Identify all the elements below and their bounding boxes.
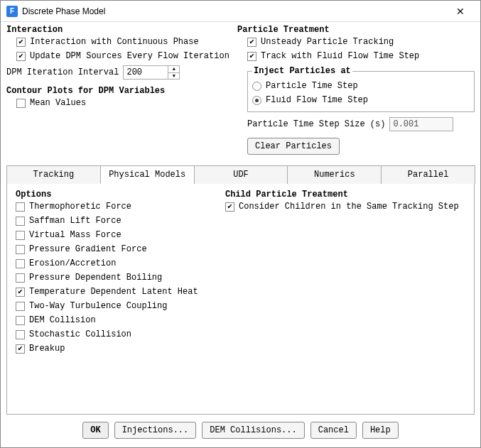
chk-label: Track with Fluid Flow Time Step [261,51,419,61]
option-row[interactable]: Stochastic Collision [16,327,211,342]
checkbox-icon [247,38,256,47]
options-group: Options Thermophoretic ForceSaffman Lift… [16,190,211,408]
step-size-input[interactable]: 0.001 [389,117,453,131]
option-row[interactable]: Breakup [16,342,211,356]
checkbox-icon [16,344,25,354]
dialog-title: Discrete Phase Model [22,6,446,16]
chk-label: Consider Children in the Same Tracking S… [239,202,459,212]
dem-collisions-button[interactable]: DEM Collisions... [202,422,304,439]
clear-particles-button[interactable]: Clear Particles [247,138,340,155]
option-row[interactable]: DEM Collision [16,313,211,327]
dpm-interval-label: DPM Iteration Interval [6,67,119,77]
checkbox-icon [16,99,26,108]
app-icon: F [6,6,18,17]
dialog: F Discrete Phase Model ✕ Interaction Int… [0,0,481,448]
injections-button[interactable]: Injections... [114,422,197,439]
checkbox-icon [16,217,25,226]
spinner-down-icon[interactable]: ▼ [168,73,179,80]
chk-mean-values[interactable]: Mean Values [6,96,230,110]
checkbox-icon [225,202,234,212]
checkbox-icon [16,273,25,283]
tab-numerics[interactable]: Numerics [287,165,382,184]
checkbox-icon [16,202,25,212]
option-label: Erosion/Accretion [29,258,116,268]
radio-icon [252,82,261,91]
chk-track-flow[interactable]: Track with Fluid Flow Time Step [237,49,475,63]
footer: OK Injections... DEM Collisions... Cance… [6,415,475,442]
interaction-group: Interaction Interaction with Continuous … [6,25,230,82]
step-size-row: Particle Time Step Size (s) 0.001 [237,115,475,133]
chk-consider-children[interactable]: Consider Children in the Same Tracking S… [225,200,465,214]
dpm-interval-row: DPM Iteration Interval 200 ▲ ▼ [6,63,230,82]
close-button[interactable]: ✕ [446,1,475,21]
particle-heading: Particle Treatment [237,25,475,35]
chk-label: Unsteady Particle Tracking [261,37,394,47]
tab-body: Options Thermophoretic ForceSaffman Lift… [6,184,475,415]
tabs: Tracking Physical Models UDF Numerics Pa… [6,165,475,184]
option-row[interactable]: Two-Way Turbulence Coupling [16,299,211,313]
option-row[interactable]: Pressure Gradient Force [16,242,211,256]
option-label: Two-Way Turbulence Coupling [29,301,167,311]
checkbox-icon [16,259,25,268]
chk-label: Update DPM Sources Every Flow Iteration [30,51,229,61]
option-row[interactable]: Thermophoretic Force [16,200,211,214]
cancel-button[interactable]: Cancel [310,422,357,439]
option-label: Pressure Dependent Boiling [29,273,162,283]
chk-label: Interaction with Continuous Phase [30,37,199,47]
radio-label: Fluid Flow Time Step [266,95,368,105]
content: Interaction Interaction with Continuous … [1,22,480,447]
checkbox-icon [16,52,26,61]
chk-unsteady-tracking[interactable]: Unsteady Particle Tracking [237,35,475,49]
tab-physical-models[interactable]: Physical Models [100,165,195,184]
option-label: Saffman Lift Force [29,216,121,226]
chk-update-dpm-sources[interactable]: Update DPM Sources Every Flow Iteration [6,49,230,63]
checkbox-icon [16,245,25,254]
spinner-up-icon[interactable]: ▲ [168,66,179,73]
interaction-heading: Interaction [6,25,230,35]
option-row[interactable]: Virtual Mass Force [16,228,211,242]
option-row[interactable]: Temperature Dependent Latent Heat [16,285,211,299]
radio-icon [252,96,261,105]
dpm-interval-value[interactable]: 200 [124,66,168,79]
radio-particle-time-step[interactable]: Particle Time Step [252,79,470,93]
checkbox-icon [16,231,25,240]
checkbox-icon [16,330,25,339]
checkbox-icon [247,52,256,61]
option-row[interactable]: Erosion/Accretion [16,256,211,271]
option-label: Thermophoretic Force [29,202,131,212]
dpm-interval-spinner[interactable]: 200 ▲ ▼ [123,65,180,80]
step-size-label: Particle Time Step Size (s) [247,119,385,129]
checkbox-icon [16,38,26,47]
option-row[interactable]: Saffman Lift Force [16,214,211,228]
inject-fieldset: Inject Particles at Particle Time Step F… [247,66,475,112]
option-label: Virtual Mass Force [29,230,121,240]
contour-heading: Contour Plots for DPM Variables [6,86,230,96]
child-heading: Child Particle Treatment [225,190,465,200]
checkbox-icon [16,316,25,325]
option-label: Pressure Gradient Force [29,244,147,254]
particle-group: Particle Treatment Unsteady Particle Tra… [237,25,475,155]
option-label: DEM Collision [29,315,96,325]
titlebar: F Discrete Phase Model ✕ [1,1,480,22]
option-label: Breakup [29,344,65,354]
help-button[interactable]: Help [362,422,399,439]
chk-label: Mean Values [30,98,86,108]
tab-tracking[interactable]: Tracking [6,165,101,184]
tab-udf[interactable]: UDF [194,165,288,184]
checkbox-icon [16,302,25,311]
ok-button[interactable]: OK [82,422,108,439]
inject-heading: Inject Particles at [252,66,352,76]
chk-interaction-continuous[interactable]: Interaction with Continuous Phase [6,35,230,49]
option-label: Stochastic Collision [29,329,131,339]
tab-parallel[interactable]: Parallel [381,165,475,184]
option-label: Temperature Dependent Latent Heat [29,287,198,297]
radio-label: Particle Time Step [266,81,358,91]
checkbox-icon [16,288,25,297]
contour-group: Contour Plots for DPM Variables Mean Val… [6,86,230,110]
radio-fluid-flow-time-step[interactable]: Fluid Flow Time Step [252,93,470,107]
options-heading: Options [16,190,211,200]
option-row[interactable]: Pressure Dependent Boiling [16,271,211,285]
child-group: Child Particle Treatment Consider Childr… [225,190,465,408]
